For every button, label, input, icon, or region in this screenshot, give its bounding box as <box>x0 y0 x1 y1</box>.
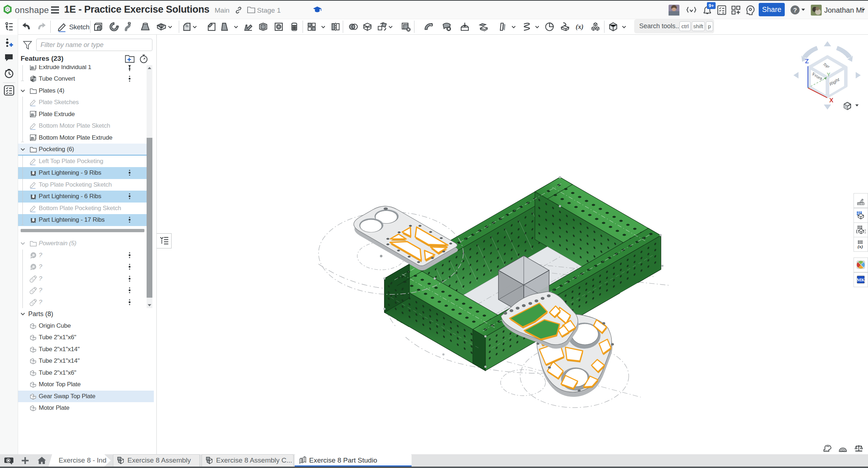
svg-text:MK: MK <box>857 277 865 282</box>
svg-text:Y: Y <box>827 71 830 77</box>
svg-text:?: ? <box>793 7 797 14</box>
svg-text:(x): (x) <box>576 23 583 31</box>
svg-text:(x): (x) <box>858 244 863 249</box>
svg-text:Z: Z <box>805 58 809 65</box>
svg-text:X: X <box>829 97 834 104</box>
